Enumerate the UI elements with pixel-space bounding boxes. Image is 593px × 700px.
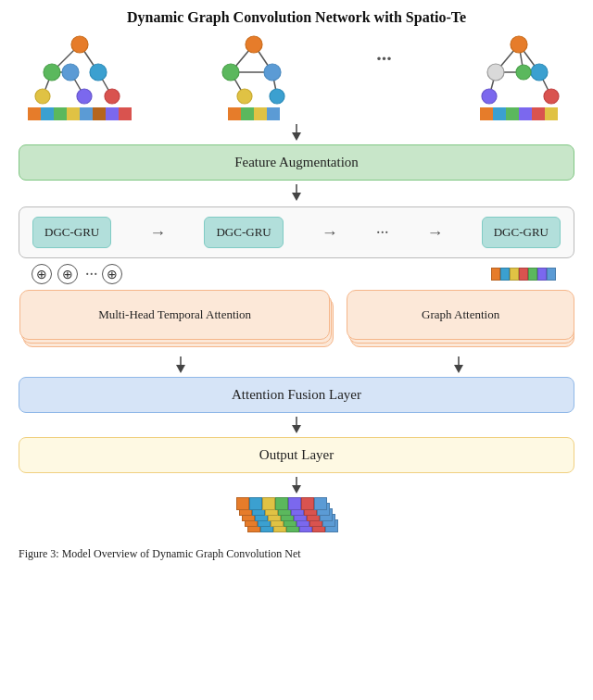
graph-item-3: [473, 33, 565, 120]
graph-item-1: [28, 33, 132, 120]
svg-point-31: [531, 64, 548, 81]
arrow-to-feature-aug: [19, 124, 574, 141]
output-bars: [19, 497, 574, 542]
fusion-label: Attention Fusion Layer: [232, 387, 361, 402]
dgc-arrow-3: →: [427, 223, 444, 243]
svg-point-10: [35, 89, 50, 104]
dots-separator: ···: [376, 46, 392, 70]
svg-point-12: [105, 89, 120, 104]
multi-head-wrapper: Multi-Head Temporal Attention: [19, 288, 338, 353]
graphs-row: ···: [19, 33, 574, 120]
dgc-gru-box-3: DGC-GRU: [482, 217, 561, 248]
svg-marker-44: [292, 425, 301, 433]
svg-point-21: [237, 89, 252, 104]
graph-item-2: [212, 33, 296, 120]
dgc-gru-box-1: DGC-GRU: [32, 217, 111, 248]
attention-fusion-box: Attention Fusion Layer: [19, 377, 574, 413]
dgc-gru-row: DGC-GRU → DGC-GRU → ··· → DGC-GRU: [19, 206, 574, 258]
feature-aug-label: Feature Augmentation: [234, 155, 359, 169]
color-bar-1: [28, 107, 132, 120]
dgc-gru-label-2: DGC-GRU: [216, 225, 271, 239]
svg-point-22: [270, 89, 284, 104]
arrow-to-output: [19, 417, 574, 433]
svg-marker-40: [176, 365, 185, 373]
svg-point-19: [222, 64, 239, 81]
feature-augmentation-box: Feature Augmentation: [19, 144, 574, 181]
sum-circle-2: ⊕: [57, 264, 78, 284]
svg-point-30: [487, 64, 504, 81]
output-layer-box: Output Layer: [19, 437, 574, 473]
dgc-gru-label-1: DGC-GRU: [44, 225, 99, 239]
sum-circle-1: ⊕: [32, 264, 52, 284]
svg-point-9: [62, 64, 79, 81]
svg-point-29: [511, 36, 527, 53]
attention-row: Multi-Head Temporal Attention Graph Atte…: [19, 288, 574, 353]
svg-marker-46: [292, 485, 301, 494]
svg-marker-38: [292, 193, 301, 201]
graph-att-label: Graph Attention: [414, 307, 507, 322]
small-color-bar: [491, 268, 556, 281]
arrow-to-dgc: [19, 184, 574, 201]
dgc-gru-box-2: DGC-GRU: [204, 217, 283, 248]
dgc-arrow-1: →: [149, 223, 166, 243]
page-title: Dynamic Graph Convolution Network with S…: [19, 9, 574, 26]
svg-point-7: [44, 64, 60, 81]
graph-svg-3: [473, 33, 565, 106]
svg-point-33: [482, 89, 497, 104]
arrow-to-output-bars: [19, 477, 574, 494]
sum-dots: ···: [85, 265, 98, 284]
color-bar-2: [228, 107, 280, 120]
svg-point-34: [544, 89, 559, 104]
svg-marker-42: [454, 365, 463, 373]
sum-row: ⊕ ⊕ ··· ⊕: [19, 264, 574, 284]
page-container: Dynamic Graph Convolution Network with S…: [0, 0, 593, 700]
sum-circle-3: ⊕: [102, 264, 122, 284]
color-bar-3: [480, 107, 558, 120]
figure-caption: Figure 3: Model Overview of Dynamic Grap…: [19, 547, 574, 561]
svg-point-20: [264, 64, 281, 81]
svg-point-18: [246, 36, 262, 53]
dgc-arrow-2: →: [322, 223, 338, 243]
svg-point-6: [71, 36, 88, 53]
dgc-gru-label-3: DGC-GRU: [494, 225, 549, 239]
svg-point-11: [77, 89, 92, 104]
dgc-dots: ···: [376, 223, 389, 243]
graph-att-wrapper: Graph Attention: [346, 288, 574, 353]
svg-point-8: [90, 64, 107, 81]
graph-svg-2: [212, 33, 296, 106]
two-arrows-row: [19, 356, 574, 373]
diagram: ···: [19, 33, 574, 561]
multi-head-label: Multi-Head Temporal Attention: [91, 307, 259, 322]
svg-point-32: [516, 65, 531, 80]
svg-marker-36: [292, 132, 301, 141]
ga-card-front: Graph Attention: [347, 290, 574, 340]
output-label: Output Layer: [259, 447, 334, 462]
mh-card-front: Multi-Head Temporal Attention: [19, 290, 330, 340]
graph-svg-1: [29, 33, 131, 106]
